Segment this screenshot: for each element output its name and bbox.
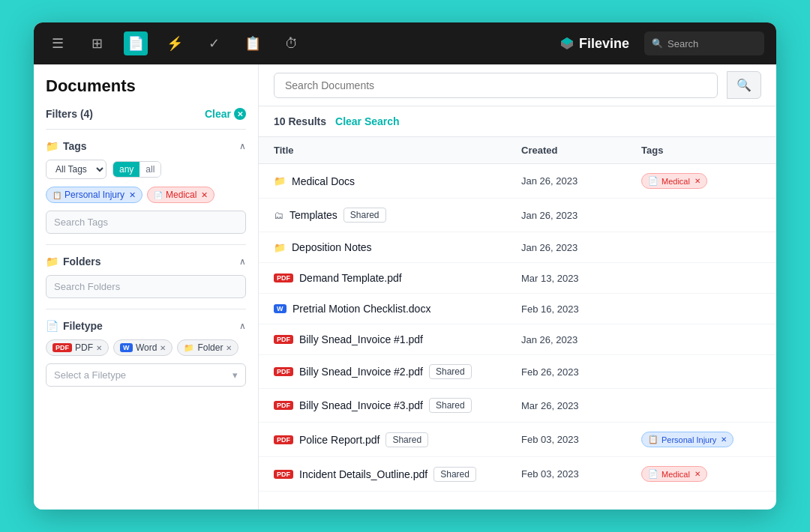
filetype-chevron-icon: ∧ — [239, 321, 246, 331]
content-header: 🔍 — [259, 64, 776, 106]
search-placeholder: Search — [668, 38, 698, 49]
tags-section-title: 📁 Tags — [46, 140, 87, 152]
doc-name: Billy Snead_Invoice #3.pdf — [299, 399, 423, 411]
filter-header: Filters (4) Clear ✕ — [46, 108, 246, 120]
medical-tag-remove[interactable]: ✕ — [694, 177, 700, 185]
pdf-icon: PDF — [274, 470, 293, 479]
shared-badge: Shared — [429, 364, 472, 379]
row-date: Jan 26, 2023 — [521, 242, 641, 253]
pdf-icon: PDF — [274, 335, 293, 344]
pdf-icon: PDF — [274, 401, 293, 410]
table-row: PDF Billy Snead_Invoice #3.pdf Shared Ma… — [259, 389, 776, 423]
row-date: Feb 03, 2023 — [521, 434, 641, 445]
shared-badge: Shared — [344, 208, 386, 223]
word-badge: W — [120, 343, 133, 352]
row-date: Jan 26, 2023 — [521, 210, 641, 221]
doc-name: Pretrial Motion Checklist.docx — [292, 303, 430, 315]
row-title: PDF Billy Snead_Invoice #3.pdf Shared — [274, 398, 521, 413]
search-folders-input[interactable] — [46, 275, 246, 298]
logo-text: Filevine — [579, 36, 629, 52]
pi-tag-remove[interactable]: ✕ — [721, 435, 727, 444]
table-row: 📁 Deposition Notes Jan 26, 2023 — [259, 232, 776, 263]
shared-badge: Shared — [386, 432, 428, 447]
medical-chip-label: Medical — [166, 190, 196, 200]
table-row: PDF Police Report.pdf Shared Feb 03, 202… — [259, 423, 776, 457]
tags-section-header[interactable]: 📁 Tags ∧ — [46, 140, 246, 152]
folders-section: 📁 Folders ∧ — [46, 244, 246, 309]
pi-chip-remove[interactable]: ✕ — [129, 190, 136, 200]
search-tags-input[interactable] — [46, 211, 246, 234]
medical-chip: 📄 Medical ✕ — [147, 187, 214, 203]
medical-tag-icon: 📄 — [648, 176, 658, 186]
grid-icon[interactable]: ⊞ — [85, 31, 109, 55]
pdf-type-chip: PDF PDF ✕ — [46, 339, 109, 356]
timer-icon[interactable]: ⏱ — [280, 31, 304, 55]
medical-chip-icon: 📄 — [154, 191, 163, 199]
folders-icon: 📁 — [46, 256, 58, 267]
global-search[interactable]: 🔍 Search — [644, 31, 764, 55]
document-icon[interactable]: 📄 — [124, 31, 148, 55]
folder-icon: 📁 — [274, 175, 286, 187]
clear-filters-button[interactable]: Clear ✕ — [205, 108, 246, 120]
doc-name: Billy Snead_Invoice #1.pdf — [299, 333, 423, 345]
clipboard-icon[interactable]: 📋 — [241, 31, 265, 55]
medical-chip-remove[interactable]: ✕ — [201, 190, 208, 200]
all-tags-select[interactable]: All Tags — [46, 160, 106, 179]
filetype-dropdown-icon: ▾ — [232, 369, 238, 381]
pdf-badge: PDF — [52, 343, 72, 352]
row-title: 🗂 Templates Shared — [274, 208, 521, 223]
clear-label: Clear — [205, 108, 231, 120]
top-nav: ☰ ⊞ 📄 ⚡ ✓ 📋 ⏱ Filevine 🔍 Search — [34, 22, 776, 64]
col-created: Created — [521, 145, 641, 156]
medical-tag-label: Medical — [662, 177, 690, 186]
document-search-input[interactable] — [274, 73, 718, 98]
row-title: PDF Billy Snead_Invoice #2.pdf Shared — [274, 364, 521, 379]
doc-name: Billy Snead_Invoice #2.pdf — [299, 366, 423, 378]
table-row: W Pretrial Motion Checklist.docx Feb 16,… — [259, 294, 776, 324]
all-button[interactable]: all — [140, 162, 160, 177]
tags-chevron-icon: ∧ — [239, 141, 246, 151]
app-window: ☰ ⊞ 📄 ⚡ ✓ 📋 ⏱ Filevine 🔍 Search Document… — [34, 22, 776, 510]
folder-chip-remove[interactable]: ✕ — [226, 344, 232, 352]
page-title: Documents — [46, 76, 246, 96]
filetype-icon: 📄 — [46, 320, 58, 332]
filetype-chips: PDF PDF ✕ W Word ✕ 📁 Folder ✕ — [46, 339, 246, 356]
row-date: Feb 26, 2023 — [521, 366, 641, 378]
row-tags: 📄 Medical ✕ — [641, 466, 761, 482]
main-area: Documents Filters (4) Clear ✕ 📁 Tags ∧ — [34, 64, 776, 510]
any-all-toggle: any all — [112, 161, 161, 178]
filetype-select[interactable]: Select a Filetype ▾ — [46, 363, 246, 387]
folders-section-header[interactable]: 📁 Folders ∧ — [46, 256, 246, 267]
row-date: Mar 26, 2023 — [521, 400, 641, 411]
pi-tag-label: Personal Injury — [662, 435, 716, 444]
results-count: 10 Results — [274, 115, 326, 127]
folder-icon: 📁 — [274, 242, 286, 253]
word-chip-remove[interactable]: ✕ — [160, 344, 166, 352]
pi-tag-icon: 📋 — [648, 435, 658, 444]
shared-badge: Shared — [434, 467, 476, 482]
row-title: W Pretrial Motion Checklist.docx — [274, 303, 521, 315]
lightning-icon[interactable]: ⚡ — [163, 31, 187, 55]
doc-name: Medical Docs — [292, 175, 355, 187]
menu-icon[interactable]: ☰ — [46, 31, 70, 55]
check-icon[interactable]: ✓ — [202, 31, 226, 55]
table-row: PDF Billy Snead_Invoice #1.pdf Jan 26, 2… — [259, 324, 776, 355]
table-row: 📁 Medical Docs Jan 26, 2023 📄 Medical ✕ — [259, 164, 776, 199]
tags-section: 📁 Tags ∧ All Tags any all � — [46, 129, 246, 244]
medical-tag-2-remove[interactable]: ✕ — [694, 470, 700, 478]
clear-search-button[interactable]: Clear Search — [335, 115, 400, 127]
folder-type-chip: 📁 Folder ✕ — [177, 339, 238, 356]
filter-label: Filters (4) — [46, 108, 93, 120]
row-date: Jan 26, 2023 — [521, 334, 641, 345]
search-button[interactable]: 🔍 — [727, 71, 761, 99]
filetype-section-header[interactable]: 📄 Filetype ∧ — [46, 320, 246, 332]
table-row: PDF Incident Details_Outline.pdf Shared … — [259, 457, 776, 492]
pi-chip-label: Personal Injury — [64, 190, 124, 200]
pdf-chip-remove[interactable]: ✕ — [96, 344, 102, 352]
folders-chevron-icon: ∧ — [239, 256, 246, 267]
folder-chip-label: Folder — [197, 342, 223, 353]
folder-icon: 📁 — [46, 140, 58, 152]
row-date: Feb 03, 2023 — [521, 468, 641, 480]
folder-chip-icon: 📁 — [184, 343, 194, 353]
any-button[interactable]: any — [113, 162, 140, 177]
